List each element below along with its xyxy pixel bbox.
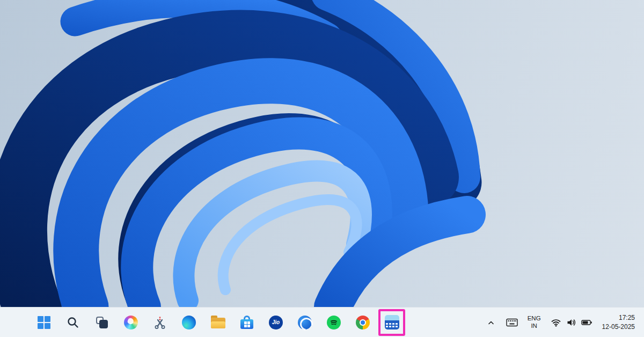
task-view-icon (96, 317, 108, 328)
taskbar-icons: Jio (0, 309, 405, 336)
edge-icon (182, 316, 196, 329)
phone-link-button[interactable] (294, 312, 316, 333)
language-secondary: IN (531, 323, 537, 329)
touch-keyboard-app-icon (385, 315, 399, 329)
language-indicator[interactable]: ENG IN (525, 312, 544, 333)
task-view-button[interactable] (91, 312, 113, 333)
volume-icon (566, 318, 576, 327)
touch-keyboard-tray-button[interactable] (503, 312, 521, 333)
snipping-tool-button[interactable] (149, 312, 171, 333)
wallpaper-bloom (0, 0, 526, 307)
file-explorer-button[interactable] (207, 312, 229, 333)
microsoft-store-icon (240, 316, 253, 329)
clock[interactable]: 17:25 12-05-2025 (599, 312, 638, 333)
quick-settings-button[interactable] (548, 312, 595, 333)
start-button[interactable] (33, 312, 55, 333)
copilot-button[interactable] (120, 312, 142, 333)
jio-icon: Jio (269, 316, 283, 329)
edge-button[interactable] (178, 312, 200, 333)
chrome-button[interactable] (352, 312, 374, 333)
clock-time: 17:25 (619, 313, 635, 322)
battery-icon (581, 319, 592, 326)
touch-keyboard-icon (506, 318, 518, 327)
touch-keyboard-app-button[interactable] (381, 312, 402, 333)
jio-button[interactable]: Jio (265, 312, 287, 333)
search-icon (67, 316, 79, 329)
spotify-icon (327, 316, 341, 329)
chrome-icon (356, 316, 370, 329)
wifi-icon (551, 318, 561, 327)
taskbar: Jio (0, 307, 644, 337)
phone-link-icon (298, 316, 312, 329)
system-tray: ENG IN (483, 312, 644, 333)
file-explorer-icon (211, 318, 225, 328)
snipping-tool-icon (153, 316, 166, 329)
microsoft-store-button[interactable] (236, 312, 258, 333)
jio-label: Jio (272, 319, 280, 325)
desktop[interactable]: Jio (0, 0, 644, 337)
windows-logo-icon (38, 316, 50, 329)
spotify-button[interactable] (323, 312, 345, 333)
copilot-icon (124, 316, 138, 329)
clock-date: 12-05-2025 (602, 323, 635, 331)
search-button[interactable] (62, 312, 84, 333)
hidden-icons-button[interactable] (483, 312, 499, 333)
highlight-annotation-box (378, 309, 405, 336)
language-primary: ENG (528, 315, 541, 322)
chevron-up-icon (486, 317, 496, 328)
